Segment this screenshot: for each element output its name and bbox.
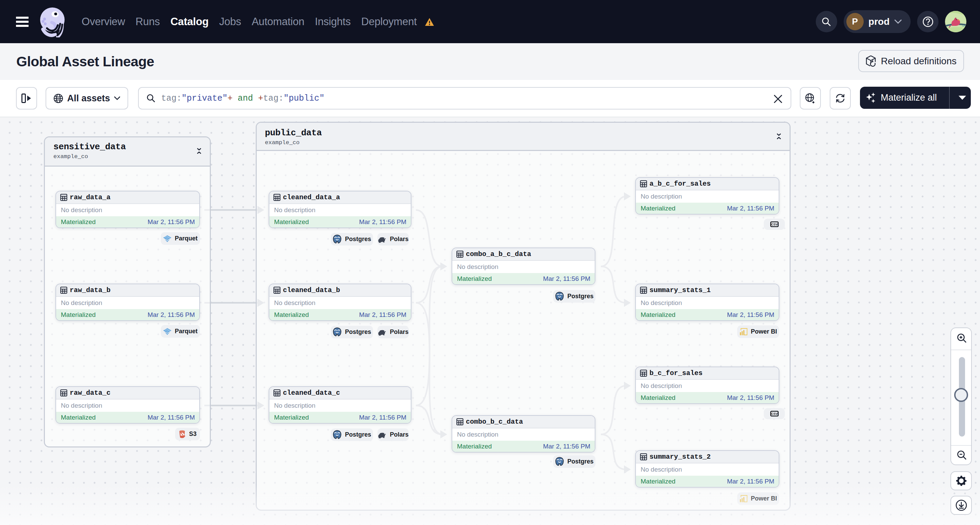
svg-text:CSV: CSV	[771, 412, 778, 415]
svg-text:CSV: CSV	[771, 223, 778, 226]
